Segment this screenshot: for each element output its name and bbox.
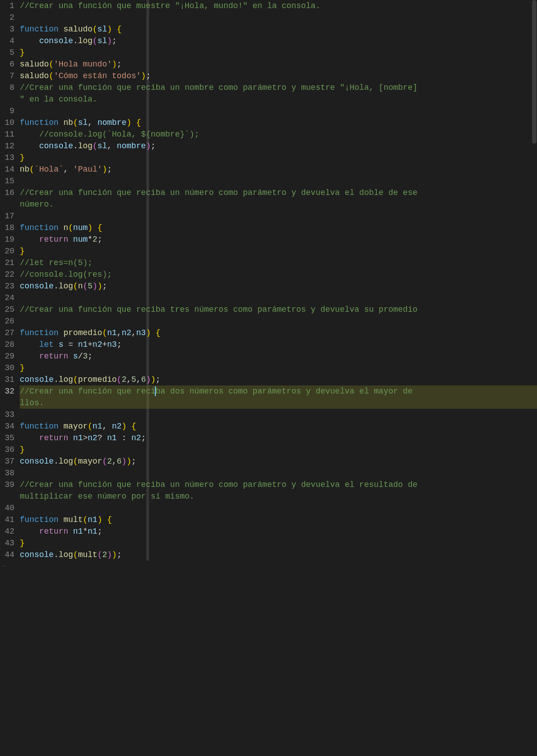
code-token: 6	[117, 457, 122, 466]
code-token: )	[107, 25, 112, 34]
code-area[interactable]: //Crear una función que muestre "¡Hola, …	[17, 0, 537, 561]
code-line[interactable]: console.log(sl);	[20, 35, 537, 47]
code-line[interactable]: saludo('Cómo están todos');	[20, 70, 537, 82]
code-line[interactable]: //Crear una función que reciba tres núme…	[20, 304, 537, 315]
code-line[interactable]: //Crear una función que reciba dos númer…	[20, 385, 537, 397]
code-line[interactable]: console.log(promedio(2,5,6));	[20, 374, 537, 385]
code-token: {	[156, 328, 161, 337]
code-token: console	[20, 375, 54, 384]
scrollbar-thumb[interactable]	[532, 0, 537, 144]
code-token	[58, 118, 63, 127]
vertical-scrollbar[interactable]	[532, 0, 537, 561]
code-token: .	[54, 375, 59, 384]
code-token: n2	[122, 328, 132, 337]
code-token: {	[132, 422, 136, 431]
line-number: 13	[0, 152, 14, 164]
code-line[interactable]: console.log(n(5));	[20, 280, 537, 292]
line-number-gutter: 1234567891011121314151617181920212223242…	[0, 0, 17, 561]
code-line[interactable]	[20, 467, 537, 479]
code-line[interactable]: }	[20, 444, 537, 455]
code-token: }	[20, 363, 25, 372]
code-line[interactable]: function saludo(sl) {	[20, 23, 537, 35]
code-token: .	[73, 36, 78, 45]
code-line[interactable]: console.log(mayor(2,6));	[20, 455, 537, 467]
code-line[interactable]: nb(`Hola`, 'Paul');	[20, 164, 537, 175]
code-line[interactable]	[20, 292, 537, 304]
code-token: (	[73, 118, 78, 127]
code-line[interactable]	[20, 502, 537, 514]
code-token	[20, 36, 39, 45]
code-line[interactable]: //Crear una función que reciba un nombre…	[20, 82, 537, 93]
code-line[interactable]: número.	[20, 199, 537, 210]
code-token: n2	[112, 422, 122, 431]
code-token: nombre	[97, 118, 127, 127]
code-token: )	[127, 457, 132, 466]
code-token	[68, 433, 73, 442]
line-number: 21	[0, 257, 14, 269]
code-token: (	[49, 71, 54, 80]
code-token: nb	[63, 118, 73, 127]
code-line[interactable]	[20, 12, 537, 23]
code-line[interactable]: //Crear una función que reciba un número…	[20, 187, 537, 199]
code-token: multiplicar ese número por sí mismo.	[20, 492, 194, 501]
code-token: ba dos números como parámetros y devuelv…	[155, 387, 417, 396]
line-number: 15	[0, 175, 14, 187]
code-line[interactable]: //console.log(res);	[20, 269, 537, 280]
line-number: 33	[0, 409, 14, 420]
code-token: saludo	[63, 25, 92, 34]
code-line[interactable]: return num*2;	[20, 234, 537, 245]
code-line[interactable]: function nb(sl, nombre) {	[20, 117, 537, 128]
code-line[interactable]: //let res=n(5);	[20, 257, 537, 269]
code-token: {	[136, 118, 141, 127]
code-line[interactable]: function n(num) {	[20, 222, 537, 234]
code-line[interactable]: //Crear una función que reciba un número…	[20, 479, 537, 491]
code-line[interactable]	[20, 315, 537, 327]
code-line[interactable]	[20, 175, 537, 187]
code-line[interactable]: }	[20, 362, 537, 374]
code-token: function	[20, 515, 58, 524]
line-number: 22	[0, 269, 14, 280]
code-line[interactable]: return n1>n2? n1 : n2;	[20, 432, 537, 444]
code-token	[20, 130, 39, 139]
code-line[interactable]: return s/3;	[20, 350, 537, 362]
code-editor[interactable]: 1234567891011121314151617181920212223242…	[0, 0, 537, 561]
code-token: sl	[97, 25, 107, 34]
code-line[interactable]: llos.	[20, 397, 537, 409]
code-line[interactable]: let s = n1+n2+n3;	[20, 339, 537, 350]
code-line[interactable]: //console.log(`Hola, ${nombre}`);	[20, 128, 537, 140]
code-token	[20, 141, 39, 150]
code-line[interactable]: }	[20, 152, 537, 164]
code-token: mayor	[63, 422, 88, 431]
code-line[interactable]	[20, 105, 537, 117]
code-line[interactable]: //Crear una función que muestre "¡Hola, …	[20, 0, 537, 12]
code-line[interactable]: multiplicar ese número por sí mismo.	[20, 491, 537, 502]
code-token	[102, 515, 107, 524]
code-line[interactable]: console.log(mult(2));	[20, 549, 537, 561]
code-line[interactable]: saludo('Hola mundo');	[20, 58, 537, 70]
code-token: ;	[117, 340, 122, 349]
code-line[interactable]: function mult(n1) {	[20, 514, 537, 526]
code-line[interactable]	[20, 210, 537, 222]
code-token: //Crear una función que reciba tres núme…	[20, 305, 418, 314]
code-line[interactable]: }	[20, 537, 537, 549]
code-line[interactable]: function mayor(n1, n2) {	[20, 420, 537, 432]
code-line[interactable]: }	[20, 47, 537, 58]
code-line[interactable]: return n1*n1;	[20, 526, 537, 537]
code-token: //Crear una función que reciba un nombre…	[20, 83, 418, 92]
line-number: 9	[0, 105, 14, 117]
code-token: (	[73, 282, 78, 291]
code-line[interactable]: }	[20, 245, 537, 257]
code-token	[54, 340, 59, 349]
code-line[interactable]: " en la consola.	[20, 93, 537, 105]
code-line[interactable]: function promedio(n1,n2,n3) {	[20, 327, 537, 339]
line-number: 28	[0, 339, 14, 350]
code-token: ,	[102, 422, 112, 431]
code-token	[58, 515, 63, 524]
code-line[interactable]: console.log(sl, nombre);	[20, 140, 537, 152]
code-token: ;	[117, 60, 122, 69]
line-number: 26	[0, 315, 14, 327]
code-line[interactable]	[20, 409, 537, 420]
code-token: (	[83, 515, 88, 524]
code-token: )	[141, 71, 146, 80]
code-token: ;	[107, 165, 112, 174]
